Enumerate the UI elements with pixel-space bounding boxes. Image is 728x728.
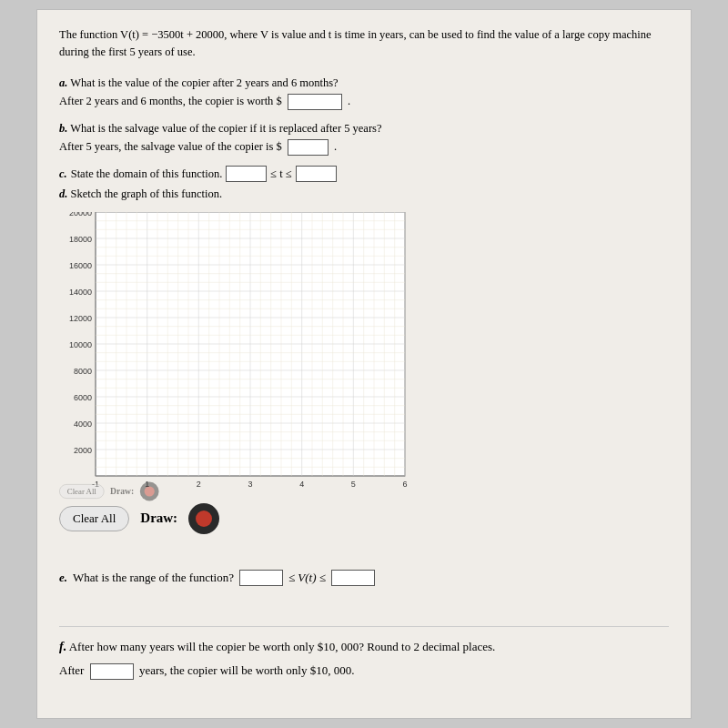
toolbar-main: Clear All Draw: [59,503,219,534]
q-a-period: . [348,95,350,107]
svg-text:4: 4 [299,480,304,489]
draw-dot-small [144,486,154,496]
q-f-text: After how many years will the copier be … [69,640,496,653]
svg-text:6000: 6000 [74,393,92,402]
q-e-label: e. [59,569,67,588]
q-d-label: d. [59,187,67,200]
q-c-lte: ≤ t ≤ [270,165,291,183]
q-f-fill2: years, the copier will be worth only $10… [139,663,354,677]
draw-circle-small[interactable] [140,481,159,500]
svg-text:6: 6 [402,480,407,489]
q-e-input-right[interactable] [331,570,375,586]
svg-text:4000: 4000 [74,420,92,429]
q-b-text: What is the salvage value of the copier … [70,122,381,135]
q-c-input-right[interactable] [296,166,337,182]
question-b: b. What is the salvage value of the copi… [59,119,669,156]
q-e-lte: ≤ V(t) ≤ [288,569,326,588]
svg-text:8000: 8000 [74,367,92,376]
svg-text:10000: 10000 [69,340,92,349]
draw-label-small: Draw: [110,486,134,497]
q-d-text-line: d. Sketch the graph of this function. [59,185,669,203]
q-f-fill-line: After years, the copier will be worth on… [59,661,669,681]
clear-all-button-small[interactable]: Clear All [59,484,105,499]
svg-text:5: 5 [351,480,356,489]
draw-dot [196,511,212,527]
draw-label: Draw: [140,511,177,526]
svg-text:12000: 12000 [69,314,92,323]
intro-content: The function V(t) = −3500t + 20000, wher… [59,28,652,58]
q-e-input-left[interactable] [239,570,283,586]
q-a-fill: After 2 years and 6 months, the copier i… [59,95,282,107]
q-e-text: What is the range of the function? [73,569,234,588]
q-b-input[interactable] [288,139,329,156]
graph-svg[interactable]: 20000 18000 16000 14000 12000 10000 8000… [59,212,414,494]
graph-container: 20000 18000 16000 14000 12000 10000 8000… [59,212,414,494]
q-c-text: State the domain of this function. [71,165,223,183]
svg-text:20000: 20000 [69,212,92,217]
q-d-text: Sketch the graph of this function. [71,187,223,200]
q-a-label: a. [59,76,67,89]
question-f: f. After how many years will the copier … [59,636,669,682]
svg-text:16000: 16000 [69,261,92,270]
q-f-label: f. [59,640,66,653]
svg-text:3: 3 [248,480,252,489]
draw-circle[interactable] [188,503,219,534]
svg-text:2000: 2000 [74,446,92,455]
question-a: a. What is the value of the copier after… [59,74,669,110]
q-f-input[interactable] [90,663,134,680]
divider [59,626,669,627]
svg-text:14000: 14000 [69,288,92,297]
toolbar-area: Clear All Draw: Clear All Draw: [59,500,669,534]
q-a-input[interactable] [288,94,342,110]
q-c-input-left[interactable] [226,166,267,182]
q-b-label: b. [59,122,67,135]
q-a-text: What is the value of the copier after 2 … [70,76,338,89]
question-c: c. State the domain of this function. ≤ … [59,165,669,203]
page-container: The function V(t) = −3500t + 20000, wher… [36,9,692,719]
question-e: e. What is the range of the function? ≤ … [59,569,669,588]
q-f-question: f. After how many years will the copier … [59,636,669,658]
q-f-fill: After [59,663,84,677]
q-b-fill: After 5 years, the salvage value of the … [59,140,282,153]
svg-text:2: 2 [197,480,201,489]
clear-all-button[interactable]: Clear All [59,506,129,531]
svg-text:18000: 18000 [69,235,92,244]
q-b-period: . [334,140,337,153]
toolbar-small: Clear All Draw: [59,481,158,500]
q-c-label: c. [59,165,67,183]
intro-text: The function V(t) = −3500t + 20000, wher… [59,26,669,61]
domain-line: c. State the domain of this function. ≤ … [59,165,669,183]
